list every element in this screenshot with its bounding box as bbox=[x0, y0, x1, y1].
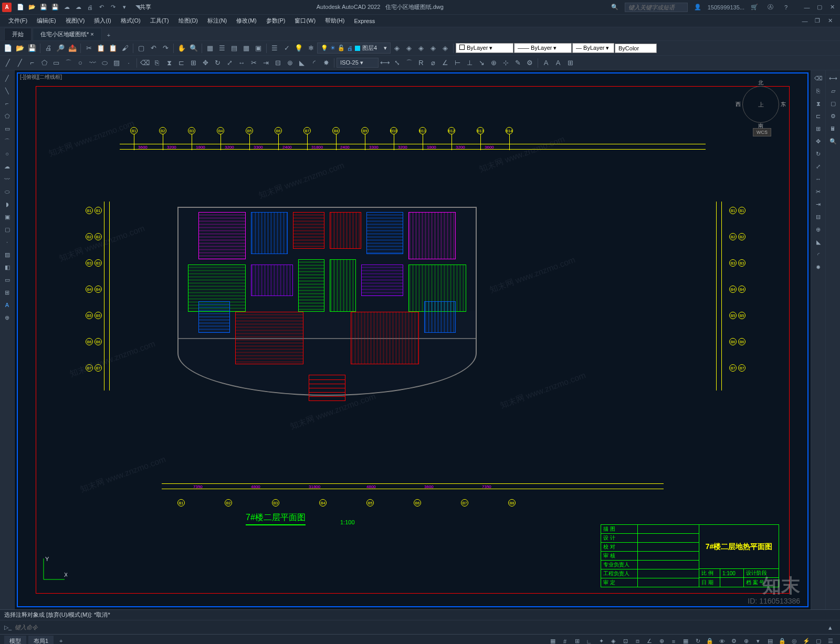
tb-array-icon[interactable]: ⊞ bbox=[187, 57, 199, 69]
sb-ortho-icon[interactable]: ∟ bbox=[584, 636, 594, 645]
tb-spline-icon[interactable]: 〰 bbox=[87, 57, 98, 69]
tb-table-icon[interactable]: ⊞ bbox=[564, 57, 576, 69]
tb-layer-state-icon[interactable]: ✓ bbox=[281, 43, 292, 54]
tb-dim-dia-icon[interactable]: ⌀ bbox=[427, 57, 439, 69]
rt2-region-icon[interactable]: ▢ bbox=[827, 98, 839, 109]
tb-centermark-icon[interactable]: ⊹ bbox=[500, 57, 511, 69]
rt-trim-icon[interactable]: ✂ bbox=[812, 186, 825, 197]
rt-chamfer-icon[interactable]: ◣ bbox=[812, 236, 825, 248]
st-arc-icon[interactable]: ⌒ bbox=[1, 135, 14, 147]
tb-dimstyle-icon[interactable]: ⚙ bbox=[524, 57, 536, 69]
status-tab-layout1[interactable]: 布局1 bbox=[28, 636, 54, 644]
st-revcloud-icon[interactable]: ☁ bbox=[1, 161, 14, 172]
sb-polar-icon[interactable]: ✦ bbox=[596, 636, 606, 645]
cloud-open-icon[interactable]: ☁ bbox=[62, 3, 71, 12]
help-icon[interactable]: ? bbox=[781, 3, 791, 12]
tb-dim-base-icon[interactable]: ⊥ bbox=[464, 57, 475, 69]
tb-mtext-icon[interactable]: A bbox=[552, 57, 564, 69]
sb-annovisible-icon[interactable]: 👁 bbox=[717, 636, 727, 645]
sb-lockui-icon[interactable]: 🔒 bbox=[777, 636, 788, 645]
tb-dim-ang-icon[interactable]: ∠ bbox=[439, 57, 451, 69]
ucs-icon[interactable]: XY bbox=[41, 556, 67, 583]
tb-dim-radius-icon[interactable]: R bbox=[415, 57, 427, 69]
tb-tolerance-icon[interactable]: ⊕ bbox=[488, 57, 499, 69]
sb-osnap-icon[interactable]: ⊡ bbox=[620, 636, 631, 645]
tb-scale-icon[interactable]: ⤢ bbox=[224, 57, 235, 69]
sb-annoscale-icon[interactable]: 🔒 bbox=[705, 636, 715, 645]
tb-text-icon[interactable]: A bbox=[540, 57, 552, 69]
rt-rotate-icon[interactable]: ↻ bbox=[812, 148, 825, 160]
st-pline-icon[interactable]: ⌐ bbox=[1, 98, 14, 109]
rt-array-icon[interactable]: ⊞ bbox=[812, 123, 825, 134]
cloud-save-icon[interactable]: ☁ bbox=[74, 3, 83, 12]
tb-copy-obj-icon[interactable]: ⎘ bbox=[151, 57, 163, 69]
search-input[interactable] bbox=[625, 3, 688, 12]
tb-ellipse-icon[interactable]: ⬭ bbox=[99, 57, 110, 69]
rt2-calc-icon[interactable]: 🖩 bbox=[827, 123, 839, 134]
st-mtext-icon[interactable]: A bbox=[1, 299, 14, 311]
rt-offset-icon[interactable]: ⊏ bbox=[812, 110, 825, 122]
sb-3dosnap-icon[interactable]: ⧈ bbox=[632, 636, 643, 645]
tb-hatch-icon[interactable]: ▨ bbox=[111, 57, 122, 69]
tb-pan-icon[interactable]: ✋ bbox=[176, 43, 187, 54]
tb-layer-match-icon[interactable]: ◈ bbox=[439, 43, 451, 54]
sb-grid-icon[interactable]: # bbox=[560, 636, 570, 645]
tb-match-icon[interactable]: 🖌 bbox=[119, 43, 131, 54]
tb-preview-icon[interactable]: 🔎 bbox=[55, 43, 66, 54]
sb-quickprops-icon[interactable]: ▤ bbox=[765, 636, 775, 645]
tb-explode-icon[interactable]: ✸ bbox=[320, 57, 332, 69]
doc-restore-icon[interactable]: ❐ bbox=[812, 16, 823, 26]
rt-erase-icon[interactable]: ⌫ bbox=[812, 72, 825, 84]
tb-print-icon[interactable]: 🖨 bbox=[43, 43, 54, 54]
tb-trim-icon[interactable]: ✂ bbox=[248, 57, 259, 69]
undo-icon[interactable]: ↶ bbox=[97, 3, 106, 12]
rt2-find-icon[interactable]: 🔍 bbox=[827, 135, 839, 147]
rt-join-icon[interactable]: ⊕ bbox=[812, 224, 825, 235]
tb-layer-freeze-icon[interactable]: ❄ bbox=[305, 43, 317, 54]
tb-arc-icon[interactable]: ⌒ bbox=[62, 57, 74, 69]
rt-extend-icon[interactable]: ⇥ bbox=[812, 198, 825, 210]
rt2-area-icon[interactable]: ▱ bbox=[827, 85, 839, 97]
wcs-label[interactable]: WCS bbox=[753, 128, 771, 136]
st-polygon-icon[interactable]: ⬠ bbox=[1, 110, 14, 122]
dimstyle-dropdown[interactable]: ISO-25 ▾ bbox=[337, 58, 379, 68]
tb-stretch-icon[interactable]: ↔ bbox=[236, 57, 247, 69]
color-dropdown[interactable]: ByLayer ▾ bbox=[456, 43, 513, 53]
new-icon[interactable]: 📄 bbox=[16, 3, 25, 12]
sb-annomonitor-icon[interactable]: ⊕ bbox=[741, 636, 751, 645]
layer-dropdown[interactable]: 💡☀🔓🖨 图层4 ▾ bbox=[317, 43, 391, 54]
tb-dcenter-icon[interactable]: ▦ bbox=[240, 43, 252, 54]
tb-fillet-icon[interactable]: ◜ bbox=[308, 57, 320, 69]
menu-view[interactable]: 视图(V) bbox=[61, 15, 89, 26]
minimize-icon[interactable]: — bbox=[801, 3, 813, 12]
tb-polygon-icon[interactable]: ⬠ bbox=[38, 57, 50, 69]
rt-stretch-icon[interactable]: ↔ bbox=[812, 173, 825, 185]
tb-cut-icon[interactable]: ✂ bbox=[83, 43, 94, 54]
tb-move-icon[interactable]: ✥ bbox=[200, 57, 211, 69]
tb-layers-icon[interactable]: ☰ bbox=[269, 43, 280, 54]
menu-modify[interactable]: 修改(M) bbox=[232, 15, 261, 26]
tb-sheet-icon[interactable]: ▦ bbox=[204, 43, 216, 54]
menu-file[interactable]: 文件(F) bbox=[4, 15, 32, 26]
menu-draw[interactable]: 绘图(D) bbox=[174, 15, 202, 26]
tb-circle-icon[interactable]: ○ bbox=[75, 57, 86, 69]
tb-dim-arc-icon[interactable]: ⌒ bbox=[403, 57, 415, 69]
qat-dropdown-icon[interactable]: ▾ bbox=[120, 3, 129, 12]
sb-isolate-icon[interactable]: ◎ bbox=[789, 636, 800, 645]
sb-transparency-icon[interactable]: ▦ bbox=[680, 636, 691, 645]
tb-layer-merge-icon[interactable]: ◈ bbox=[415, 43, 427, 54]
share-label[interactable]: 共享 bbox=[140, 3, 151, 11]
status-tab-add-icon[interactable]: + bbox=[56, 636, 66, 644]
linetype-dropdown[interactable]: —— ByLayer ▾ bbox=[514, 43, 572, 53]
st-spline-icon[interactable]: 〰 bbox=[1, 173, 14, 185]
tb-xline-icon[interactable]: ╱ bbox=[14, 57, 26, 69]
sb-hardware-icon[interactable]: ⚡ bbox=[801, 636, 812, 645]
st-addselect-icon[interactable]: ⊕ bbox=[1, 312, 14, 323]
menu-express[interactable]: Express bbox=[350, 16, 379, 26]
tb-layer-prev-icon[interactable]: ◈ bbox=[391, 43, 403, 54]
menu-insert[interactable]: 插入(I) bbox=[90, 15, 115, 26]
maximize-icon[interactable]: ▢ bbox=[814, 3, 825, 12]
doc-close-icon[interactable]: ✕ bbox=[824, 16, 836, 26]
tb-redo2-icon[interactable]: ↷ bbox=[160, 43, 171, 54]
rt-scale-icon[interactable]: ⤢ bbox=[812, 161, 825, 172]
